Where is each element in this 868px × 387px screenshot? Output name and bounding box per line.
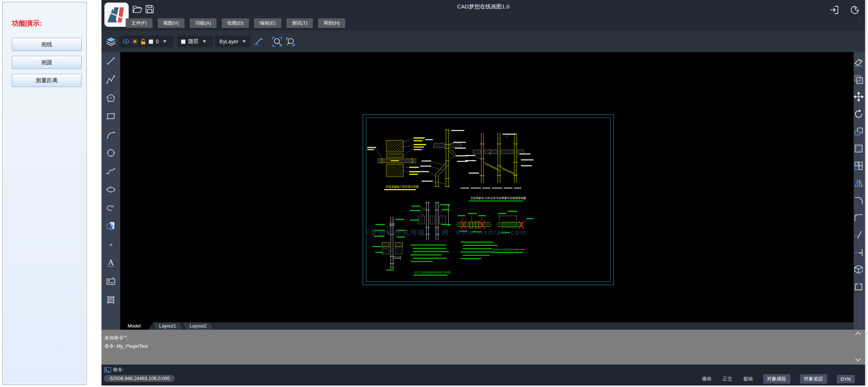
menu-function[interactable]: 功能(A) xyxy=(190,18,217,28)
tool-polygon[interactable] xyxy=(106,93,116,103)
measure-distance-button[interactable]: 测量距离 xyxy=(12,74,82,87)
tool-extend[interactable] xyxy=(854,247,864,257)
command-prompt-label: 命令: xyxy=(113,366,124,373)
tab-layout1[interactable]: Layout1 xyxy=(152,322,183,330)
linetype-swatch xyxy=(181,39,186,44)
dark-mode-icon[interactable] xyxy=(849,5,860,16)
drawing-canvas[interactable]: 管道穿越地下室外墙大样图 xyxy=(120,52,854,330)
tool-erase[interactable] xyxy=(854,57,864,67)
chevron-down-icon xyxy=(163,40,167,43)
zoom-extents-icon[interactable] xyxy=(285,37,296,47)
pencil-icon[interactable] xyxy=(253,37,264,46)
tool-hatch[interactable] xyxy=(106,295,116,305)
layer-state-combo[interactable]: 0 xyxy=(119,36,174,47)
detail-title-3: 排水立管穿楼板楼层安装大样图 xyxy=(414,271,450,274)
chevron-down-icon xyxy=(242,40,246,43)
toggle-osnap[interactable]: 对象捕捉 xyxy=(763,374,790,384)
tool-text[interactable]: A xyxy=(106,258,116,268)
layer-name: 0 xyxy=(156,39,159,44)
detail-title-1: 管道穿越地下室外墙大样图 xyxy=(386,185,419,188)
tool-copy[interactable] xyxy=(854,75,864,84)
tool-stretch[interactable] xyxy=(854,144,864,153)
detail-floor-riser: 排水立管穿楼板楼层安装大样图 xyxy=(372,217,450,276)
tool-circle[interactable] xyxy=(106,148,116,158)
coordinates-readout: -52508.948,24493.106,0.000 xyxy=(104,375,175,382)
menu-draw[interactable]: 绘图(D) xyxy=(222,18,249,28)
scroll-up-icon[interactable] xyxy=(855,331,861,336)
color-combo[interactable]: ByLayer xyxy=(215,36,250,47)
layout-tabstrip: Model Layout1 Layout2 xyxy=(120,322,854,330)
tool-line[interactable] xyxy=(106,56,116,66)
menu-edit[interactable]: 编辑(E) xyxy=(254,18,281,28)
cad-app-window: CAD梦想在线画图1.0 文件(F) 视图(V) 功能(A) 绘图(D) 编辑(… xyxy=(101,0,867,386)
svg-text:A: A xyxy=(108,258,114,267)
cad-drawing: 管道穿越地下室外墙大样图 xyxy=(120,52,854,322)
demo-panel: 功能演示: 画线 画圆 测量距离 xyxy=(2,2,87,385)
sun-icon xyxy=(132,39,138,44)
tab-layout2[interactable]: Layout2 xyxy=(182,322,214,330)
scroll-down-icon[interactable] xyxy=(855,358,861,362)
tool-rotate[interactable] xyxy=(854,109,864,119)
menu-test[interactable]: 测试(T) xyxy=(286,18,313,28)
demo-panel-title: 功能演示: xyxy=(12,19,42,28)
draw-line-button[interactable]: 画线 xyxy=(12,38,82,51)
tool-spline[interactable] xyxy=(106,166,116,176)
tool-move[interactable] xyxy=(854,92,864,102)
app-header: CAD梦想在线画图1.0 文件(F) 视图(V) 功能(A) 绘图(D) 编辑(… xyxy=(101,0,865,31)
tool-fillet[interactable] xyxy=(854,213,864,223)
notes-block-1 xyxy=(411,245,449,262)
terminal-icon xyxy=(104,367,111,373)
edit-toolbar xyxy=(852,52,865,330)
menu-file[interactable]: 文件(F) xyxy=(126,18,153,28)
detail-wall-penetration: 管道穿越地下室外墙大样图 xyxy=(367,137,426,190)
menu-help[interactable]: 帮助(H) xyxy=(318,18,345,28)
tool-break[interactable] xyxy=(854,282,864,292)
tool-trim[interactable] xyxy=(854,230,864,240)
layer-toolbar: 0 随层 ByLayer xyxy=(101,31,865,52)
detail-title-2: 卫生间废水,污水立管与专用通气管连接安装图 xyxy=(470,196,526,200)
history-line: 未知命令""。 xyxy=(104,333,861,342)
tool-image[interactable] xyxy=(106,276,116,286)
history-line: 命令: My_PluginTest xyxy=(104,342,861,350)
unlock-icon xyxy=(140,39,146,45)
notes-block-2 xyxy=(461,242,497,259)
toggle-ortho[interactable]: 正交 xyxy=(722,374,733,384)
tool-point[interactable] xyxy=(106,240,116,250)
toggle-polar[interactable]: 极轴 xyxy=(743,374,754,384)
command-prompt[interactable]: 命令: xyxy=(104,366,124,373)
login-icon[interactable] xyxy=(829,5,840,16)
tool-mirror[interactable] xyxy=(854,178,864,188)
status-toggles: 栅格 正交 极轴 对象捕捉 对象追踪 DYN xyxy=(701,374,855,384)
detail-triple-risers: 卫生间废水,污水立管与专用通气管连接安装图 xyxy=(460,133,533,202)
zoom-window-icon[interactable] xyxy=(272,37,282,47)
toggle-dyn[interactable]: DYN xyxy=(837,375,855,383)
tool-polyline[interactable] xyxy=(106,75,116,84)
tool-rectangle[interactable] xyxy=(106,111,116,121)
chevron-down-icon xyxy=(203,40,206,43)
toggle-grid[interactable]: 栅格 xyxy=(701,374,712,384)
tool-box-3d[interactable] xyxy=(854,264,864,274)
tool-array[interactable] xyxy=(854,161,864,171)
tool-ellipse[interactable] xyxy=(106,185,116,195)
menu-view[interactable]: 视图(V) xyxy=(158,18,185,28)
tool-arc[interactable] xyxy=(106,130,116,140)
draw-circle-button[interactable]: 画圆 xyxy=(12,56,82,69)
color-value: ByLayer xyxy=(219,39,238,44)
tool-scale[interactable] xyxy=(854,126,864,136)
linetype-value: 随层 xyxy=(188,38,199,45)
eye-icon xyxy=(123,39,129,44)
menu-bar: 文件(F) 视图(V) 功能(A) 绘图(D) 编辑(E) 测试(T) 帮助(H… xyxy=(126,18,345,28)
linetype-combo[interactable]: 随层 xyxy=(177,36,213,47)
tab-model[interactable]: Model xyxy=(120,322,148,330)
tool-chamfer[interactable] xyxy=(854,195,864,205)
detail-riser-branches xyxy=(419,129,468,187)
tool-ellipse-arc[interactable] xyxy=(106,203,116,213)
tool-block[interactable] xyxy=(106,221,116,231)
command-history: 未知命令""。 命令: My_PluginTest xyxy=(101,330,865,365)
layers-icon[interactable] xyxy=(106,36,116,47)
draw-toolbar: A xyxy=(101,52,120,330)
detail-title-4: 消防,给水管道穿防护墙大样图 xyxy=(493,248,525,251)
app-title: CAD梦想在线画图1.0 xyxy=(101,3,865,10)
watermark-text: 《梦想软件试用版》官网: www.mxdraw.com xyxy=(363,229,527,236)
toggle-otrack[interactable]: 对象追踪 xyxy=(800,374,827,384)
